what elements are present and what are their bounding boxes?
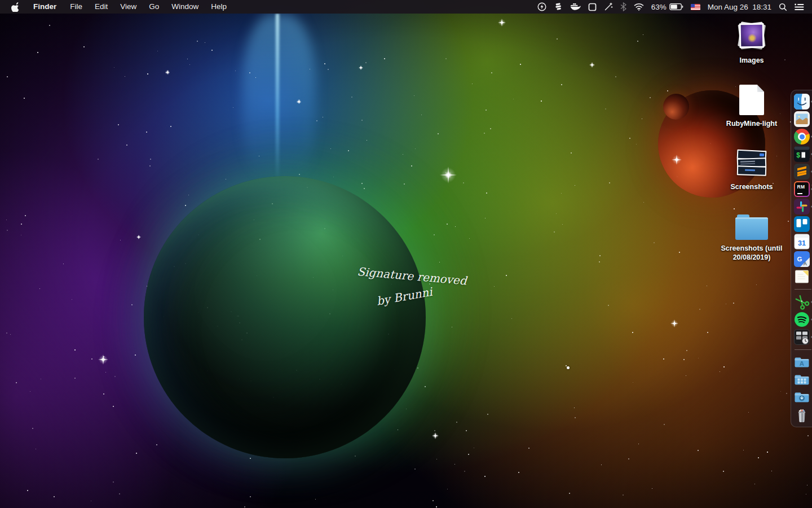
stacks-icon[interactable] bbox=[554, 2, 563, 11]
power-icon[interactable] bbox=[537, 2, 546, 11]
star bbox=[707, 286, 707, 286]
dock-item-downloads-folder[interactable] bbox=[793, 389, 812, 405]
menu-item-file[interactable]: File bbox=[64, 0, 89, 14]
star bbox=[233, 107, 233, 108]
dock-item-spotify[interactable] bbox=[793, 312, 812, 327]
star bbox=[249, 72, 250, 73]
dock-item-translate[interactable]: GA bbox=[793, 251, 812, 267]
dock-item-applications-folder[interactable]: A bbox=[793, 354, 812, 370]
star bbox=[554, 231, 555, 233]
star bbox=[316, 120, 317, 121]
menu-item-edit[interactable]: Edit bbox=[89, 0, 114, 14]
menu-item-view[interactable]: View bbox=[114, 0, 143, 14]
star bbox=[726, 304, 726, 304]
star bbox=[652, 488, 652, 489]
star bbox=[748, 412, 749, 413]
menu-item-help[interactable]: Help bbox=[205, 0, 233, 14]
calendar-icon: 31 bbox=[794, 234, 810, 249]
star bbox=[250, 496, 251, 497]
star bbox=[632, 332, 633, 333]
star bbox=[439, 262, 440, 262]
star bbox=[414, 468, 416, 470]
star bbox=[188, 195, 189, 195]
flare-star bbox=[672, 155, 682, 165]
menu-item-window[interactable]: Window bbox=[165, 0, 205, 14]
star bbox=[299, 174, 300, 175]
menu-item-go[interactable]: Go bbox=[143, 0, 165, 14]
rubymine-icon: RM bbox=[794, 181, 810, 197]
dock-item-trash[interactable] bbox=[793, 407, 812, 423]
star bbox=[511, 318, 512, 319]
dock-item-rubymine[interactable]: RM bbox=[793, 181, 812, 197]
desktop-icon-images[interactable]: Images bbox=[717, 20, 787, 65]
dock-item-notes[interactable] bbox=[793, 269, 812, 284]
input-source-flag[interactable] bbox=[691, 4, 700, 10]
dock-item-chrome[interactable] bbox=[793, 129, 812, 144]
star bbox=[406, 409, 407, 409]
star bbox=[114, 376, 116, 377]
star bbox=[131, 304, 133, 305]
dock-item-iterm[interactable]: $ bbox=[793, 146, 812, 162]
star bbox=[170, 126, 171, 127]
star bbox=[21, 224, 22, 225]
dock-item-time-tracker[interactable] bbox=[793, 329, 812, 345]
star bbox=[528, 448, 529, 449]
dock-item-screenshot-tool[interactable] bbox=[793, 294, 812, 310]
notification-center-icon[interactable] bbox=[795, 3, 804, 11]
star bbox=[315, 499, 316, 500]
dock-item-documents-folder[interactable] bbox=[793, 372, 812, 388]
star bbox=[157, 51, 158, 51]
star bbox=[324, 63, 325, 64]
dock-item-finder[interactable] bbox=[793, 94, 812, 110]
star bbox=[189, 64, 190, 65]
star bbox=[355, 456, 356, 457]
desktop-icon-label: Images bbox=[739, 56, 764, 65]
star bbox=[575, 417, 576, 418]
star bbox=[103, 393, 104, 395]
star bbox=[436, 506, 437, 507]
star bbox=[83, 46, 85, 47]
bluetooth-icon[interactable] bbox=[620, 2, 626, 11]
star bbox=[599, 261, 600, 262]
rectangle-icon[interactable] bbox=[588, 3, 597, 11]
dock-item-trello[interactable] bbox=[793, 216, 812, 232]
chrome-icon bbox=[794, 129, 810, 144]
star bbox=[494, 286, 495, 287]
star bbox=[734, 208, 735, 209]
dock-item-calendar[interactable]: 31 bbox=[793, 234, 812, 249]
star bbox=[417, 367, 418, 369]
dock-item-preview[interactable] bbox=[793, 111, 812, 127]
battery-status[interactable]: 63% bbox=[651, 3, 683, 11]
spotlight-icon[interactable] bbox=[779, 3, 787, 11]
star bbox=[235, 71, 236, 71]
desktop-icon-screenshots-until[interactable]: Screenshots (until 20/08/2019) bbox=[717, 210, 787, 262]
star bbox=[125, 76, 125, 77]
menu-item-finder[interactable]: Finder bbox=[27, 0, 64, 14]
wand-icon[interactable] bbox=[604, 2, 613, 11]
star bbox=[561, 84, 562, 85]
star bbox=[41, 379, 41, 379]
star bbox=[541, 100, 542, 102]
desktop-icon-screenshots[interactable]: Screenshots bbox=[717, 147, 787, 191]
star bbox=[601, 465, 602, 465]
wifi-icon[interactable] bbox=[634, 3, 644, 11]
dock-item-slack[interactable] bbox=[793, 199, 812, 214]
menu-bar-clock[interactable]: Mon Aug 26 18:31 bbox=[708, 3, 771, 11]
star bbox=[557, 38, 558, 40]
star bbox=[6, 220, 7, 220]
star bbox=[436, 459, 437, 459]
star bbox=[469, 238, 470, 239]
star bbox=[609, 182, 610, 183]
star bbox=[623, 494, 624, 496]
desktop-icon-rubymine-light[interactable]: RubyMine-light bbox=[717, 84, 787, 128]
docker-icon[interactable] bbox=[570, 3, 581, 11]
star bbox=[562, 224, 563, 225]
star bbox=[643, 202, 644, 203]
star bbox=[365, 62, 367, 63]
dock-item-sublime-text[interactable] bbox=[793, 164, 812, 179]
star bbox=[119, 493, 120, 494]
apple-menu[interactable] bbox=[0, 2, 27, 12]
star bbox=[333, 177, 334, 177]
star bbox=[561, 193, 562, 194]
star bbox=[361, 120, 363, 121]
